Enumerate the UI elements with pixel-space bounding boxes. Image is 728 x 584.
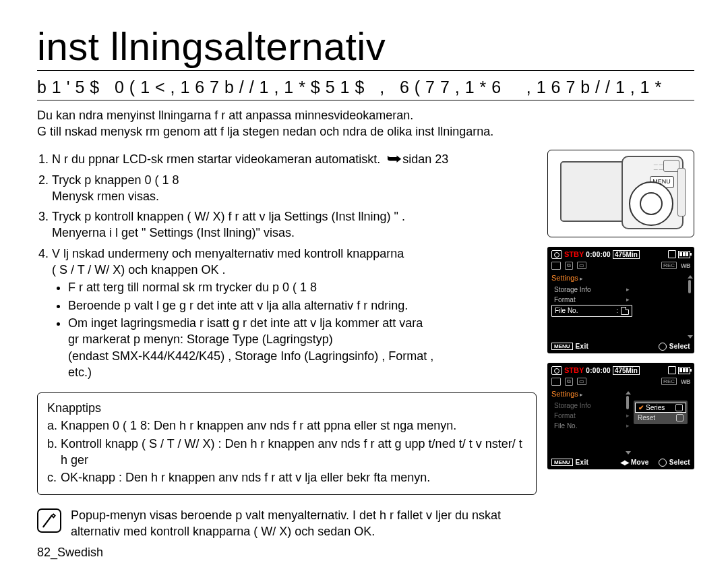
submenu-reset: Reset [635,413,686,422]
intro-block: Du kan ndra menyinst llningarna f r att … [37,107,694,140]
exit-label: Exit [576,343,589,350]
tips-list: a.Knappen 0 ( 1 8: Den h r knappen anv n… [47,417,526,486]
menu-chip-icon: MENU [551,459,573,466]
menu-file-no-selected: File No.: [551,305,632,317]
settings-menu: Storage Info▸ Format▸ File No.: [551,285,632,317]
menu-format: Format▸ [551,295,632,305]
step-2-text: Tryck p knappen 0 ( 1 8 [52,173,179,187]
steps-list: N r du ppnar LCD-sk rmen startar videoka… [37,150,537,381]
note-text: Popup-menyn visas beroende p valt menyal… [71,507,537,540]
step-4-b3c: (endast SMX-K44/K442/K45) , Storage Info… [68,349,433,363]
note-row: Popup-menyn visas beroende p valt menyal… [37,507,537,540]
timecode: 0:00:00 [586,251,611,258]
move-label: Move [631,459,649,466]
lcd-screenshot-1: STBY 0:00:00 475Min ⧉ ▭ REC WB Settings [547,247,694,353]
lcd-screenshot-2: STBY 0:00:00 475Min ⧉ ▭ REC WB Settings [547,363,694,469]
camera-control-wheel-icon [629,181,673,226]
quality-chip-icon: ▭ [577,378,586,385]
stby-label: STBY [564,250,584,258]
page-title: inst llningsalternativ [37,27,694,66]
ok-icon [659,343,667,351]
menu-storage-info: Storage Info▸ [551,401,632,411]
step-4-b3d: etc.) [68,366,92,379]
file-no-submenu: ✔Series Reset [634,401,688,424]
scrollbar [688,275,692,339]
step-4-bullet-1: F r att terg till normal sk rm trycker d… [68,279,537,295]
card-icon [668,366,676,374]
tips-item-a: a.Knappen 0 ( 1 8: Den h r knappen anv n… [47,417,526,434]
menu-storage-info: Storage Info▸ [551,285,632,295]
page-footer: 82_Swedish [37,546,103,560]
tips-b-text: Kontroll knapp ( S / T / W/ X) : Den h r… [61,436,526,469]
battery-icon [678,367,690,374]
submenu-series-selected: ✔Series [635,403,686,413]
select-label: Select [669,459,690,466]
lcd1-softkeys: MENU Exit Select [551,343,690,351]
tips-title: Knapptips [47,400,526,416]
exit-label: Exit [576,459,589,466]
step-4-bullets: F r att terg till normal sk rm trycker d… [52,279,537,380]
page-icon [621,307,629,315]
camera-grip-icon [677,168,686,216]
scrollbar [626,391,630,455]
video-mode-icon [551,250,562,259]
step-4-text-b: ( S / T / W/ X) och knappen OK . [52,263,225,276]
video-mode-icon [551,366,562,375]
wb-chip: WB [681,262,690,269]
camera-top-icon [663,160,679,172]
step-1-text: N r du ppnar LCD-sk rmen startar videoka… [52,152,380,166]
mode-chip-icon: ⧉ [565,378,573,386]
settings-header: Settings ▸ [551,274,583,282]
page-ref-arrow-icon: ➥ [388,150,402,168]
step-4: V lj nskad undermeny och menyalternativ … [52,245,537,380]
remaining-time: 475Min [613,366,640,375]
step-4-text-a: V lj nskad undermeny och menyalternativ … [52,247,404,260]
step-4-bullet-3: Om inget lagringsmedia r isatt g r det i… [68,315,537,380]
menu-chip-icon: MENU [551,343,573,350]
step-3-sub: Menyerna i l get " Settings (Inst llning… [52,226,295,239]
step-3: Tryck p kontroll knappen ( W/ X) f r att… [52,208,537,241]
card-icon [668,250,676,258]
section-heading: b 1 ' 5 $ 0 ( 1 < , 1 6 7 b / / 1 , 1 * … [37,78,694,97]
rec-chip: REC [661,262,677,269]
tips-box: Knapptips a.Knappen 0 ( 1 8: Den h r kna… [37,392,537,494]
reset-icon [676,414,684,421]
battery-icon [678,251,690,258]
select-label: Select [669,343,690,350]
tips-item-c: c.OK-knapp : Den h r knappen anv nds f r… [47,469,526,486]
move-arrows-icon: ◀▶ [620,459,628,466]
tips-a-text: Knappen 0 ( 1 8: Den h r knappen anv nds… [61,417,526,434]
tips-item-b: b.Kontroll knapp ( S / T / W/ X) : Den h… [47,436,526,469]
quality-chip-icon: ▭ [577,262,586,269]
step-4-b3a: Om inget lagringsmedia r isatt g r det i… [68,316,423,330]
series-icon [675,404,683,411]
step-1-pageref: sidan 23 [402,152,448,166]
timecode: 0:00:00 [586,367,611,374]
step-4-b3b: gr markerat p menyn: Storage Type (Lagri… [68,332,333,346]
step-1: N r du ppnar LCD-sk rmen startar videoka… [52,150,537,168]
lcd2-softkeys: MENU Exit ◀▶ Move Select [551,459,690,467]
rec-chip: REC [661,378,677,385]
storage-chip-icon [551,378,561,386]
step-3-text: Tryck p kontroll knappen ( W/ X) f r att… [52,210,405,223]
remaining-time: 475Min [613,250,640,259]
note-icon [37,508,61,533]
mode-chip-icon: ⧉ [565,262,573,270]
wb-chip: WB [681,378,690,385]
ok-icon [659,459,667,467]
settings-header: Settings ▸ [551,390,583,398]
intro-line-1: Du kan ndra menyinst llningarna f r att … [37,107,694,123]
camera-ports-icon: — —— — [654,163,663,172]
settings-menu-dim: Storage Info▸ Format▸ File No.▸ [551,401,632,431]
menu-file-no: File No.▸ [551,421,632,431]
tips-c-text: OK-knapp : Den h r knappen anv nds f r a… [61,469,526,486]
section-rule [37,100,694,100]
step-2: Tryck p knappen 0 ( 1 8 Menysk rmen visa… [52,172,537,205]
intro-line-2: G till nskad menysk rm genom att f lja s… [37,123,694,140]
step-2-sub: Menysk rmen visas. [52,189,159,203]
camera-lcd-icon [560,161,630,222]
stby-label: STBY [564,366,584,374]
title-rule [37,70,694,71]
step-4-bullet-2: Beroende p valt l ge g r det inte att v … [68,297,537,314]
camera-figure: — —— — — —— — MENU [547,150,694,237]
